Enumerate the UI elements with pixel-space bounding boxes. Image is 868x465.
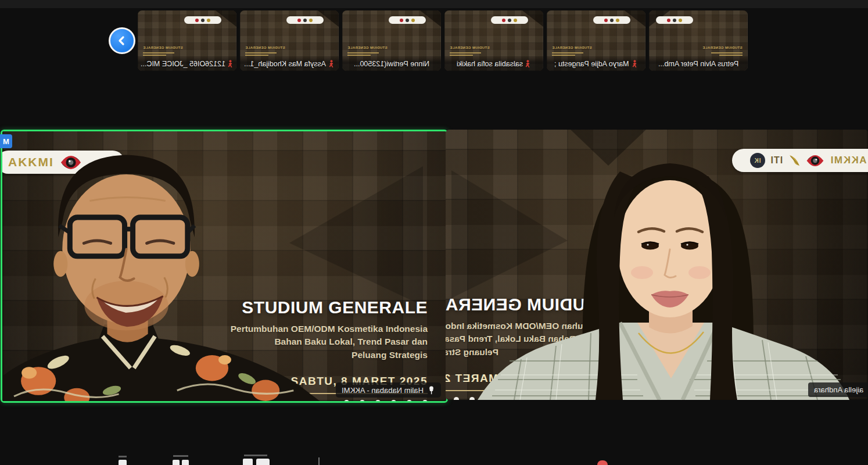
meeting-window: STUDIUM GENERALE 12126OI65 _JOICE MIC...… [0, 0, 868, 465]
previous-videos-button[interactable] [109, 27, 135, 54]
video-thumbnail[interactable]: STUDIUM GENERALE Assyfa Mas Khodijah_1..… [240, 10, 339, 71]
bottom-cropped-letter [243, 459, 253, 465]
chevron-left-icon [116, 35, 128, 46]
participant-name-bar: 12126OI65 _JOICE MIC... [138, 56, 236, 71]
participant-name: 12126OI65 _JOICE MIC... [141, 60, 225, 68]
logo-pill-mini [286, 16, 324, 24]
pin-icon [428, 386, 435, 395]
video-thumbnail[interactable]: STUDIUM GENERALE 12126OI65 _JOICE MIC... [138, 10, 236, 71]
corner-label-badge: M [0, 134, 12, 148]
video-thumbnail[interactable]: STUDIUM GENERALE Maryo Adjie Pangestu ; [547, 10, 645, 71]
dancer-icon [525, 60, 531, 68]
video-thumbnail[interactable]: STUDIUM GENERALE Ninne Pertiwi(123500... [342, 10, 441, 71]
event-mini-title: STUDIUM GENERALE [450, 46, 490, 49]
corner-label-text: M [3, 137, 9, 146]
bottom-cropped-letter [182, 460, 189, 465]
logo-pill-mini [184, 16, 221, 24]
event-mini-title: STUDIUM GENERALE [702, 46, 743, 49]
participant-name: Halim Nababan - AKKMI [342, 386, 424, 395]
participant-name-bar: Ninne Pertiwi(123500... [342, 56, 441, 71]
logo-pill-mini [491, 16, 528, 24]
participant-name-tag: aijella Andhara [808, 382, 868, 397]
bottom-cropped-text [173, 455, 188, 457]
video-tile-participant[interactable]: STUDIUM GENERALE Pertumbuhan OEM/ODM Kos… [446, 130, 868, 400]
logo-pill-mini [389, 16, 426, 24]
feather-logo-icon [788, 154, 801, 167]
participant-name: Petrus Alvin Peter Amb... [658, 60, 738, 68]
dancer-icon [632, 60, 638, 68]
event-mini-title: STUDIUM GENERALE [347, 46, 388, 49]
participant-name: salsabila sofia hakiki [457, 60, 523, 68]
event-mini-header: STUDIUM GENERALE [347, 41, 388, 56]
participant-name-tag: Halim Nababan - AKKMI [336, 382, 441, 398]
akkmi-eye-logo-icon [806, 154, 824, 167]
iti-logo-text: ITI [770, 155, 783, 166]
ik-logo-text: IK [754, 158, 761, 164]
participant-name: Ninne Pertiwi(123500... [354, 60, 429, 68]
participant-name: Maryo Adjie Pangestu ; [554, 60, 629, 68]
ik-circle-logo: IK [750, 153, 765, 168]
dancer-icon [328, 60, 335, 68]
org-logos-pill: AKKMI ITI IK [732, 149, 868, 172]
bottom-cropped-letter [256, 459, 270, 465]
bottom-cropped-red-icon [597, 460, 608, 465]
bottom-cropped-text [119, 456, 127, 457]
logo-pill-mini [656, 16, 693, 24]
bottom-cropped-mark [318, 457, 320, 465]
bottom-cropped-letter [119, 460, 127, 465]
bottom-cropped-letter [173, 460, 180, 465]
participant-name-bar: salsabila sofia hakiki [444, 56, 543, 71]
participant-name-bar: Maryo Adjie Pangestu ; [547, 56, 645, 71]
participant-name-bar: Assyfa Mas Khodijah_1... [240, 56, 339, 71]
participant-name: Assyfa Mas Khodijah_1... [244, 60, 326, 68]
event-mini-header: STUDIUM GENERALE [450, 41, 490, 56]
event-mini-title: STUDIUM GENERALE [143, 46, 183, 49]
top-edge-band [0, 0, 868, 8]
participant-name: aijella Andhara [814, 385, 863, 394]
video-thumbnail[interactable]: STUDIUM GENERALE salsabila sofia hakiki [444, 10, 543, 71]
akkmi-logo-text: AKKMI [830, 155, 866, 166]
event-mini-title: STUDIUM GENERALE [552, 46, 592, 49]
event-mini-header: STUDIUM GENERALE [143, 41, 183, 56]
event-mini-header: STUDIUM GENERALE [245, 41, 285, 56]
participant-name-bar: Petrus Alvin Peter Amb... [649, 56, 748, 71]
video-thumbnail[interactable]: STUDIUM GENERALE Petrus Alvin Peter Amb.… [649, 10, 748, 71]
event-mini-header: STUDIUM GENERALE [552, 41, 592, 56]
speaker-video-person [2, 131, 446, 401]
logo-pill-mini [593, 16, 630, 24]
video-tile-speaker[interactable]: AKKMI STUDIUM GENERALE Pertumbuhan OEM/O… [1, 130, 448, 403]
event-mini-title: STUDIUM GENERALE [245, 46, 285, 49]
event-mini-header: STUDIUM GENERALE [702, 41, 743, 56]
dancer-icon [227, 60, 234, 68]
bottom-cropped-text [244, 455, 267, 456]
